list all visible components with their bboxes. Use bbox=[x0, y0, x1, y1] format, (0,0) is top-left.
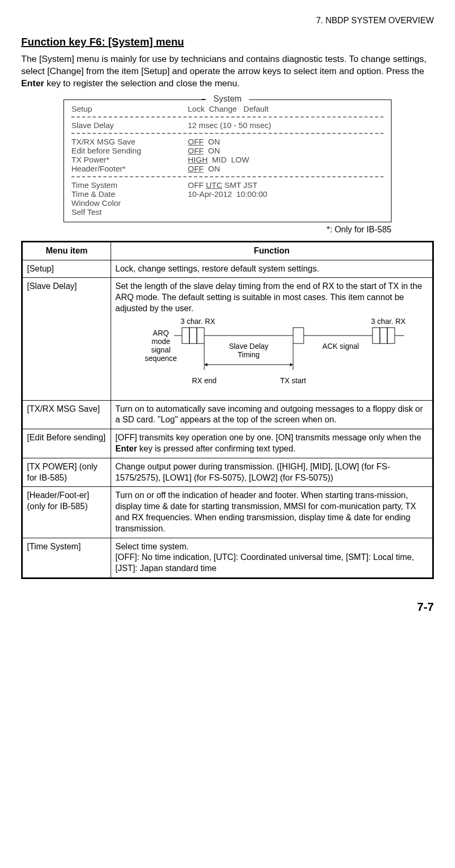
svg-text:Slave Delay: Slave Delay bbox=[229, 342, 268, 350]
svg-rect-16 bbox=[387, 328, 395, 343]
system-row: Edit before SendingOFF ON bbox=[71, 146, 384, 155]
intro-paragraph: The [System] menu is mainly for use by t… bbox=[21, 53, 434, 90]
system-row: TX Power*HIGH MID LOW bbox=[71, 155, 384, 164]
system-row: Time & Date10-Apr-2012 10:00:00 bbox=[71, 189, 384, 198]
system-row: TX/RX MSG SaveOFF ON bbox=[71, 137, 384, 146]
svg-text:signal: signal bbox=[151, 346, 170, 354]
svg-rect-15 bbox=[380, 328, 387, 343]
th-menu-item: Menu item bbox=[22, 241, 111, 260]
svg-text:ACK signal: ACK signal bbox=[322, 342, 359, 350]
table-row: [Setup]Lock, change settings, restore de… bbox=[22, 260, 433, 278]
svg-rect-14 bbox=[372, 328, 380, 343]
footnote-text: *: Only for IB-585 bbox=[63, 225, 392, 234]
table-row: [TX POWER] (only for IB-585)Change outpu… bbox=[22, 458, 433, 487]
chapter-header: 7. NBDP SYSTEM OVERVIEW bbox=[21, 16, 434, 25]
th-function: Function bbox=[111, 241, 433, 260]
system-row: Slave Delay12 msec (10 - 50 msec) bbox=[71, 121, 384, 130]
system-row: Header/Footer*OFF ON bbox=[71, 164, 384, 173]
system-row: Window Color bbox=[71, 198, 384, 207]
system-row: SetupLock Change Default bbox=[71, 104, 384, 113]
table-row: [TX/RX MSG Save]Turn on to automatically… bbox=[22, 400, 433, 429]
svg-text:3 char. RX: 3 char. RX bbox=[371, 317, 406, 326]
table-row: [Slave Delay]Set the length of the slave… bbox=[22, 278, 433, 400]
table-row: [Edit Before sending][OFF] transmits key… bbox=[22, 429, 433, 458]
page-number: 7-7 bbox=[21, 600, 434, 614]
svg-rect-8 bbox=[197, 328, 204, 343]
system-row: Self Test bbox=[71, 207, 384, 216]
svg-rect-6 bbox=[182, 328, 189, 343]
function-table: Menu item Function [Setup]Lock, change s… bbox=[21, 241, 434, 579]
svg-text:TX start: TX start bbox=[280, 376, 306, 385]
svg-text:RX end: RX end bbox=[192, 376, 216, 385]
table-row: [Time System]Select time system.[OFF]: N… bbox=[22, 538, 433, 578]
svg-text:Timing: Timing bbox=[238, 350, 260, 359]
system-box-title: System bbox=[206, 94, 249, 104]
timing-diagram: ARQ mode signal sequence 3 char. RX ACK … bbox=[124, 314, 420, 394]
page-heading: Function key F6: [System] menu bbox=[21, 36, 434, 48]
svg-text:sequence: sequence bbox=[144, 354, 177, 363]
svg-rect-7 bbox=[189, 328, 197, 343]
table-row: [Header/Foot-er] (only for IB-585)Turn o… bbox=[22, 487, 433, 538]
system-menu-figure: System SetupLock Change DefaultSlave Del… bbox=[63, 100, 392, 222]
svg-text:3 char. RX: 3 char. RX bbox=[180, 317, 215, 326]
svg-rect-10 bbox=[293, 328, 304, 343]
svg-text:mode: mode bbox=[151, 337, 170, 346]
system-row: Time SystemOFF UTC SMT JST bbox=[71, 180, 384, 189]
svg-text:ARQ: ARQ bbox=[152, 329, 168, 337]
